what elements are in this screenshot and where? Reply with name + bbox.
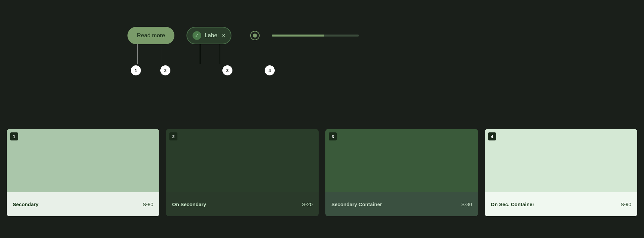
swatch-bottom-1: Secondary S-80 [7, 192, 159, 216]
swatch-label-2: On Secondary [172, 201, 206, 207]
swatch-label-3: Secondary Container [331, 201, 382, 207]
close-icon[interactable]: × [222, 33, 226, 39]
swatch-value-2: S-20 [302, 201, 313, 207]
swatch-top-4 [485, 129, 637, 192]
swatch-value-1: S-80 [143, 201, 153, 207]
swatch-label-4: On Sec. Container [491, 201, 534, 207]
annotation-1: 1 [131, 65, 141, 75]
swatch-top-2 [166, 129, 319, 192]
swatch-number-2: 2 [169, 132, 177, 140]
swatch-value-4: S-90 [621, 201, 631, 207]
swatch-number-1: 1 [10, 132, 18, 140]
slider-container [272, 35, 359, 37]
radio-button[interactable] [250, 31, 260, 40]
annotation-2: 2 [160, 65, 170, 75]
radio-container [250, 31, 260, 40]
swatch-card-2: 2 On Secondary S-20 [166, 129, 319, 216]
radio-inner [253, 34, 257, 38]
swatch-bottom-2: On Secondary S-20 [166, 192, 319, 216]
swatch-number-4: 4 [488, 132, 496, 140]
swatch-card-4: 4 On Sec. Container S-90 [485, 129, 637, 216]
swatch-number-3: 3 [329, 132, 337, 140]
chip-label: Label [205, 32, 219, 39]
read-more-button[interactable]: Read more [127, 27, 174, 44]
swatch-label-1: Secondary [13, 201, 39, 207]
read-more-button-wrapper: Read more [127, 27, 174, 44]
label-chip-wrapper: ✓ Label × [186, 27, 231, 44]
swatch-top-1 [7, 129, 159, 192]
swatch-top-3 [325, 129, 478, 192]
swatch-value-3: S-30 [461, 201, 472, 207]
swatch-card-3: 3 Secondary Container S-30 [325, 129, 478, 216]
swatch-bottom-4: On Sec. Container S-90 [485, 192, 637, 216]
check-icon: ✓ [193, 31, 201, 40]
label-chip[interactable]: ✓ Label × [186, 27, 231, 44]
swatch-bottom-3: Secondary Container S-30 [325, 192, 478, 216]
swatch-card-1: 1 Secondary S-80 [7, 129, 159, 216]
color-swatches-section: 1 Secondary S-80 2 On Secondary S-20 3 S… [0, 121, 644, 238]
slider-track[interactable] [272, 35, 359, 37]
annotation-3: 3 [222, 65, 232, 75]
annotation-4: 4 [265, 65, 275, 75]
